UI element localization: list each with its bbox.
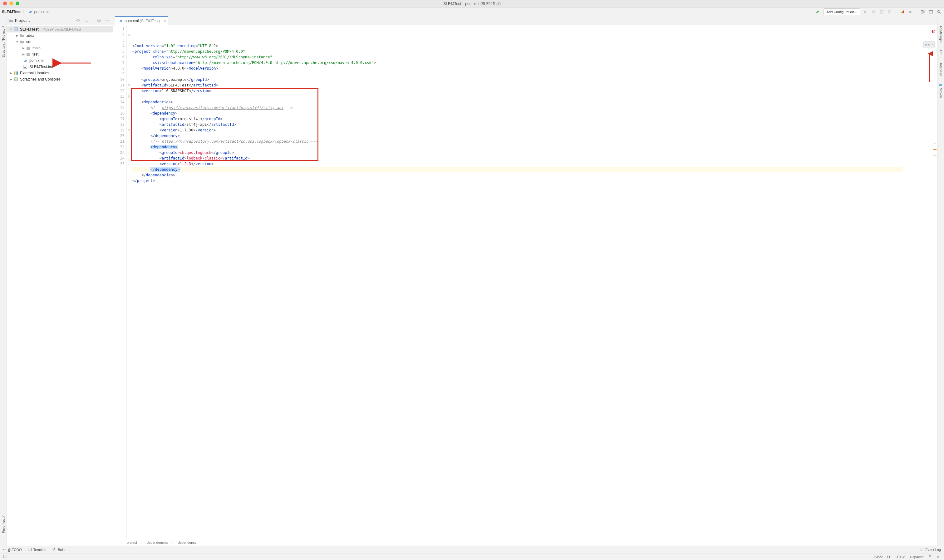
code-line[interactable]: <artifactId>SLF4JTest</artifactId> bbox=[132, 82, 903, 88]
code-line[interactable]: <dependencies> bbox=[132, 99, 903, 105]
close-window-button[interactable] bbox=[3, 2, 7, 5]
folder-icon bbox=[26, 46, 31, 50]
code-line[interactable]: <artifactId>logback-classic</artifactId> bbox=[132, 155, 903, 161]
code-editor[interactable]: 1234567891011121314151617181920212223242… bbox=[113, 25, 903, 539]
expand-all-icon[interactable] bbox=[84, 17, 90, 24]
code-line[interactable]: <!-- https://mvnrepository.com/artifact/… bbox=[132, 105, 903, 111]
breadcrumb-item[interactable]: dependencies bbox=[147, 541, 168, 545]
todo-tool-button[interactable]: ≔ 6: TODO bbox=[3, 548, 22, 552]
error-marker[interactable] bbox=[933, 149, 936, 150]
tree-node-main[interactable]: ▶ main bbox=[7, 45, 113, 51]
locate-icon[interactable] bbox=[75, 17, 81, 24]
tool-window-maven[interactable]: m Maven bbox=[939, 83, 943, 98]
breadcrumb-project[interactable]: SLF4JTest bbox=[2, 10, 21, 14]
terminal-icon bbox=[28, 547, 32, 552]
tool-window-ant[interactable]: Ant bbox=[939, 49, 943, 55]
maven-reload-badge[interactable]: m↻× bbox=[923, 41, 935, 48]
navigation-bar: SLF4JTest 〉 m pom.xml Add Configuration.… bbox=[0, 8, 944, 16]
code-line[interactable]: <version>1.7.30</version> bbox=[132, 127, 903, 133]
code-line[interactable]: <version>1.0-SNAPSHOT</version> bbox=[132, 88, 903, 94]
todo-icon: ≔ bbox=[3, 548, 6, 552]
problems-indicator-icon[interactable]: ◐ bbox=[932, 29, 935, 34]
project-view-icon bbox=[9, 19, 13, 23]
fold-column[interactable]: ⊟⊟⊟⌞⊟⌞⌞⌞ bbox=[127, 25, 131, 539]
chevron-down-icon[interactable] bbox=[28, 19, 31, 22]
project-tree[interactable]: ▼ SLF4JTest ~/IdeaProjects/SLF4JTest ▶ .… bbox=[7, 25, 113, 546]
code-line[interactable]: <groupId>org.slf4j</groupId> bbox=[132, 116, 903, 122]
line-separator[interactable]: LF bbox=[887, 555, 891, 559]
code-line[interactable] bbox=[132, 94, 903, 99]
code-line[interactable]: <artifactId>slf4j-api</artifactId> bbox=[132, 122, 903, 127]
hammer-icon bbox=[52, 547, 56, 552]
breadcrumb-item[interactable]: project bbox=[127, 541, 137, 545]
code-line[interactable]: </dependencies> bbox=[132, 172, 903, 178]
tree-node-root[interactable]: ▼ SLF4JTest ~/IdeaProjects/SLF4JTest bbox=[7, 26, 113, 32]
svg-point-0 bbox=[873, 11, 875, 13]
error-marker[interactable] bbox=[933, 155, 936, 155]
code-line[interactable]: <version>1.2.3</version> bbox=[132, 161, 903, 167]
code-line[interactable]: </project> bbox=[132, 178, 903, 183]
tree-node-src[interactable]: ▼ src bbox=[7, 39, 113, 45]
code-line[interactable]: <?xml version="1.0" encoding="UTF-8"?> bbox=[132, 43, 903, 49]
code-line[interactable]: <groupId>ch.qos.logback</groupId> bbox=[132, 150, 903, 155]
tool-window-favorites[interactable]: Favorites :2 bbox=[2, 515, 5, 533]
profiler-icon[interactable] bbox=[887, 9, 893, 15]
tool-window-database[interactable]: Database bbox=[939, 62, 943, 76]
split-icon[interactable] bbox=[928, 9, 934, 15]
stop-icon[interactable] bbox=[907, 9, 913, 15]
tree-node-test[interactable]: ▶ test bbox=[7, 51, 113, 57]
minimize-window-button[interactable] bbox=[9, 2, 13, 5]
libraries-icon bbox=[14, 71, 18, 75]
svg-rect-30 bbox=[14, 71, 15, 75]
code-line[interactable]: <!-- https://mvnrepository.com/artifact/… bbox=[132, 138, 903, 144]
add-configuration-button[interactable]: Add Configuration... bbox=[823, 8, 860, 15]
zoom-window-button[interactable] bbox=[15, 2, 19, 5]
code-line[interactable]: </dependency> bbox=[132, 167, 903, 172]
code-line[interactable]: <modelVersion>4.0.0</modelVersion> bbox=[132, 66, 903, 71]
indent-setting[interactable]: 4 spaces bbox=[910, 555, 923, 559]
code-line[interactable]: <dependency> bbox=[132, 144, 903, 150]
tool-window-asmplugin[interactable]: ASMPlugin bbox=[939, 26, 943, 42]
build-tool-button[interactable]: Build bbox=[52, 547, 65, 552]
hide-icon[interactable]: — bbox=[105, 17, 111, 24]
attach-icon[interactable] bbox=[899, 9, 905, 15]
debug-icon[interactable] bbox=[870, 9, 876, 15]
tool-windows-icon[interactable] bbox=[3, 555, 8, 559]
tree-node-external-libraries[interactable]: ▶ External Libraries bbox=[7, 70, 113, 76]
code-line[interactable]: <project xmlns="http://maven.apache.org/… bbox=[132, 49, 903, 54]
tool-window-structure[interactable]: Structure :7 bbox=[2, 40, 5, 57]
file-encoding[interactable]: UTF-8 bbox=[896, 555, 905, 559]
close-badge-icon[interactable]: × bbox=[932, 43, 934, 46]
code-line[interactable] bbox=[132, 71, 903, 77]
gear-icon[interactable] bbox=[96, 17, 102, 24]
build-icon[interactable] bbox=[815, 9, 821, 15]
event-log-button[interactable]: Event Log bbox=[919, 547, 941, 552]
svg-rect-36 bbox=[28, 548, 31, 551]
readonly-lock-icon[interactable] bbox=[928, 554, 932, 559]
code-line[interactable]: xmlns:xsi="http://www.w3.org/2001/XMLSch… bbox=[132, 54, 903, 60]
code-line[interactable]: <groupId>org.example</groupId> bbox=[132, 77, 903, 82]
tree-node-idea[interactable]: ▶ .idea bbox=[7, 32, 113, 39]
tool-window-project[interactable]: Project :1 bbox=[2, 26, 5, 40]
tree-node-scratches[interactable]: ▶ Scratches and Consoles bbox=[7, 76, 113, 82]
run-icon[interactable] bbox=[862, 9, 869, 15]
git-icon[interactable] bbox=[919, 9, 926, 15]
right-tool-strip: ASMPluginAntDatabasem Maven bbox=[937, 16, 944, 546]
breadcrumb-file[interactable]: pom.xml bbox=[34, 10, 48, 14]
code-content[interactable]: <?xml version="1.0" encoding="UTF-8"?><p… bbox=[131, 25, 903, 539]
search-everywhere-icon[interactable] bbox=[936, 9, 942, 15]
error-marker[interactable] bbox=[933, 144, 936, 144]
coverage-icon[interactable] bbox=[878, 9, 885, 15]
code-line[interactable]: </dependency> bbox=[132, 133, 903, 138]
code-line[interactable]: <dependency> bbox=[132, 111, 903, 116]
breadcrumb-item[interactable]: dependency bbox=[178, 541, 197, 545]
terminal-tool-button[interactable]: Terminal bbox=[28, 547, 46, 552]
close-tab-icon[interactable]: × bbox=[164, 19, 166, 23]
code-line[interactable]: xsi:schemaLocation="http://maven.apache.… bbox=[132, 60, 903, 66]
error-stripe[interactable]: ◐ m↻× bbox=[903, 25, 937, 539]
caret-position[interactable]: 23:22 bbox=[874, 555, 883, 559]
inspections-icon[interactable] bbox=[936, 554, 941, 559]
svg-line-25 bbox=[98, 22, 98, 22]
project-view-label[interactable]: Project bbox=[15, 18, 26, 23]
tab-pom-xml[interactable]: m pom.xml (SLF4JTest) × bbox=[115, 16, 168, 25]
